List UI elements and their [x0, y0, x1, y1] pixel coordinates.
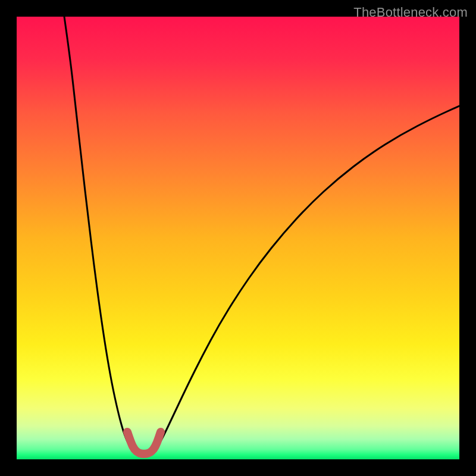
series-right-branch — [155, 106, 459, 451]
curves-layer — [17, 17, 459, 459]
series-left-branch — [64, 17, 133, 451]
plot-area — [17, 17, 459, 459]
watermark-text: TheBottleneck.com — [353, 5, 468, 20]
chart-frame: TheBottleneck.com — [0, 0, 476, 476]
series-valley-marker — [127, 432, 161, 454]
